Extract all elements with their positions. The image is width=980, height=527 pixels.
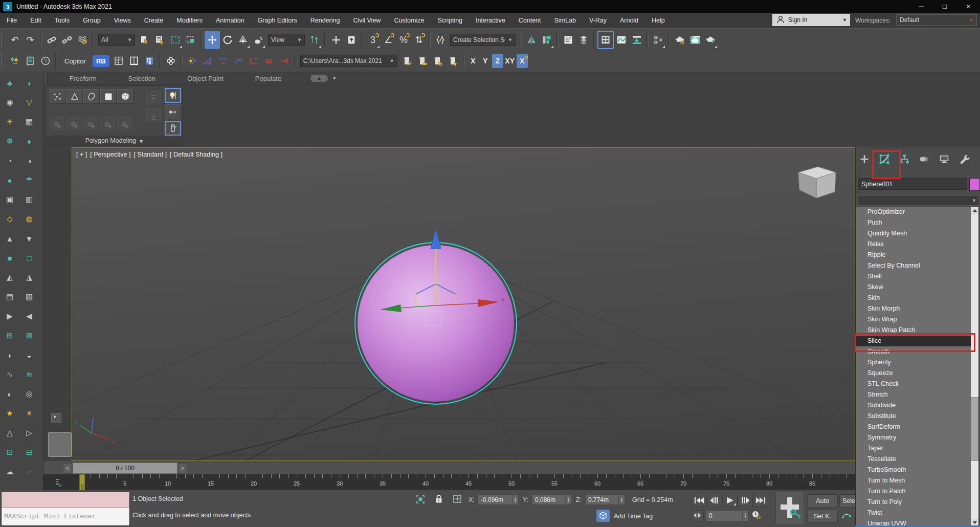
go-to-end-button[interactable]: [753, 494, 768, 507]
script-button-b5-icon[interactable]: ◑: [22, 153, 36, 168]
object-name-field[interactable]: Sphere001: [858, 178, 967, 190]
script-button-a10-icon[interactable]: ■: [3, 251, 17, 265]
macro-recorder-field[interactable]: [2, 492, 129, 508]
script-button-a16-icon[interactable]: ∿: [3, 367, 17, 382]
track-bar[interactable]: 0510152025303540455055606570758085 0: [43, 474, 855, 490]
script-button-a2-icon[interactable]: ◉: [3, 95, 17, 109]
modifier-item-prooptimizer[interactable]: ProOptimizer: [856, 207, 978, 217]
reference-coordinate-system-dropdown[interactable]: View▼: [268, 34, 305, 46]
viewport-pov-menu[interactable]: [ Perspective ]: [90, 151, 130, 158]
note-dimension-icon[interactable]: NOTE: [231, 52, 246, 70]
modifier-item-push[interactable]: Push: [856, 217, 978, 228]
script-button-b3-icon[interactable]: ▦: [22, 115, 36, 129]
collapse-to-button[interactable]: [66, 117, 83, 131]
selection-region-status-icon[interactable]: [415, 494, 426, 504]
script-button-b21-icon[interactable]: ◌: [22, 465, 36, 479]
key-mode-toggle-icon[interactable]: [692, 510, 704, 521]
rendered-frame-window-icon[interactable]: [687, 31, 703, 49]
script-button-b7-icon[interactable]: ▥: [22, 192, 36, 207]
collapse-button[interactable]: [50, 117, 66, 131]
modifier-item-spherify[interactable]: Spherify: [856, 357, 978, 368]
pin-stack-button[interactable]: [165, 104, 181, 119]
script-button-a17-icon[interactable]: ◐: [3, 387, 17, 401]
ribbon-tab-freeform[interactable]: Freeform: [60, 72, 106, 85]
sun-direction-icon[interactable]: [185, 52, 200, 70]
dimension-50-icon[interactable]: 50: [215, 52, 231, 70]
script-button-a14-icon[interactable]: ⊞: [3, 328, 17, 343]
spinner-arrows[interactable]: ▲▼: [742, 511, 748, 521]
menu-civil-view[interactable]: Civil View: [346, 13, 387, 28]
menu-file[interactable]: File: [0, 13, 24, 28]
current-frame-field[interactable]: 0▲▼: [706, 510, 749, 521]
menu-interactive[interactable]: Interactive: [469, 13, 512, 28]
script-button-b10-icon[interactable]: □: [22, 251, 36, 265]
select-and-link-icon[interactable]: [44, 31, 59, 49]
modifier-item-squeeze[interactable]: Squeeze: [856, 368, 978, 379]
isolate-selection-icon[interactable]: [651, 31, 666, 49]
auto-key-button[interactable]: Auto: [807, 494, 838, 508]
constraint-x-button[interactable]: X: [467, 54, 479, 68]
select-and-manipulate-icon[interactable]: [328, 31, 344, 49]
modifier-list-scrollbar[interactable]: [971, 207, 978, 526]
modifier-item-subdivide[interactable]: Subdivide: [856, 400, 978, 411]
ribbon-toggle-icon[interactable]: [597, 31, 614, 49]
viewport-standard-menu[interactable]: [ Standard ]: [133, 151, 167, 158]
script-button-a15-icon[interactable]: ◗: [3, 348, 17, 362]
menu-arnold[interactable]: Arnold: [613, 13, 645, 28]
angle-45-icon[interactable]: 45: [200, 52, 215, 70]
modifier-stack-button[interactable]: [165, 121, 181, 136]
viewport-shading-menu[interactable]: [ Default Shading ]: [170, 151, 222, 158]
script-button-a18-icon[interactable]: ★: [3, 406, 17, 421]
edge-mode-button[interactable]: [66, 89, 83, 104]
x-coordinate-field[interactable]: -0.096m▲▼: [478, 494, 519, 505]
undo-icon[interactable]: ↶: [7, 31, 23, 49]
selection-lock-icon[interactable]: [434, 494, 444, 504]
workspace-dropdown[interactable]: Default ▼: [896, 14, 977, 26]
script-button-a19-icon[interactable]: △: [3, 426, 17, 440]
cap-poly-button[interactable]: [117, 117, 133, 131]
redo-icon[interactable]: ↷: [23, 31, 38, 49]
detach-button[interactable]: [100, 117, 117, 131]
script-button-a13-icon[interactable]: ▶: [3, 309, 17, 323]
ribbon-tab-selection[interactable]: Selection: [119, 72, 165, 85]
script-button-a8-icon[interactable]: ◇: [3, 212, 17, 226]
menu-create[interactable]: Create: [138, 13, 170, 28]
y-coordinate-field[interactable]: 0.086m▲▼: [532, 494, 572, 505]
script-button-b13-icon[interactable]: ◀: [22, 309, 36, 323]
modifier-item-skin-morph[interactable]: Skin Morph: [856, 303, 978, 314]
play-button[interactable]: [722, 494, 738, 507]
mirror-icon[interactable]: [524, 31, 539, 49]
flyout-arrow-button[interactable]: [51, 413, 61, 423]
selection-filter-dropdown[interactable]: All▼: [98, 34, 135, 46]
script-button-a7-icon[interactable]: ▣: [3, 192, 17, 207]
rectangular-selection-region-icon[interactable]: [168, 31, 183, 49]
modifier-item-select-by-channel[interactable]: Select By Channel: [856, 260, 978, 271]
modifier-item-stl-check[interactable]: STL Check: [856, 379, 978, 389]
building-icon[interactable]: [142, 52, 157, 70]
next-frame-button[interactable]: >: [178, 463, 187, 473]
percent-snap-icon[interactable]: %Ɔ: [396, 31, 411, 49]
menu-help[interactable]: Help: [645, 13, 672, 28]
toolbar-drag-handle[interactable]: [1, 53, 6, 69]
border-mode-button[interactable]: [83, 89, 100, 104]
script-button-b19-icon[interactable]: ▷: [22, 426, 36, 440]
script-button-a5-icon[interactable]: ◔: [3, 153, 17, 168]
script-button-a11-icon[interactable]: ◭: [3, 270, 17, 284]
modifier-item-symmetry[interactable]: Symmetry: [856, 432, 978, 443]
spinner-arrows[interactable]: ▲▼: [512, 495, 518, 504]
utilities-tab[interactable]: [957, 152, 971, 166]
script-button-b15-icon[interactable]: ◒: [22, 348, 36, 362]
time-slider[interactable]: < 0 / 100 >: [43, 461, 855, 475]
modifier-item-turn-to-patch[interactable]: Turn to Patch: [856, 486, 978, 497]
constraint-z-button[interactable]: Z: [492, 54, 503, 68]
script-button-a20-icon[interactable]: ⊡: [3, 445, 17, 459]
align-icon[interactable]: [539, 31, 554, 49]
modifier-up-button[interactable]: [146, 91, 163, 106]
script-gear-icon[interactable]: [399, 52, 415, 70]
scrollbar-thumb[interactable]: [971, 397, 978, 461]
schematic-view-icon[interactable]: [629, 31, 644, 49]
script-button-a9-icon[interactable]: ▲: [3, 231, 17, 246]
scene-explorer-icon[interactable]: [561, 31, 576, 49]
menu-graph-editors[interactable]: Graph Editors: [251, 13, 304, 28]
spinner-snap-icon[interactable]: ⇅Ɔ: [411, 31, 427, 49]
